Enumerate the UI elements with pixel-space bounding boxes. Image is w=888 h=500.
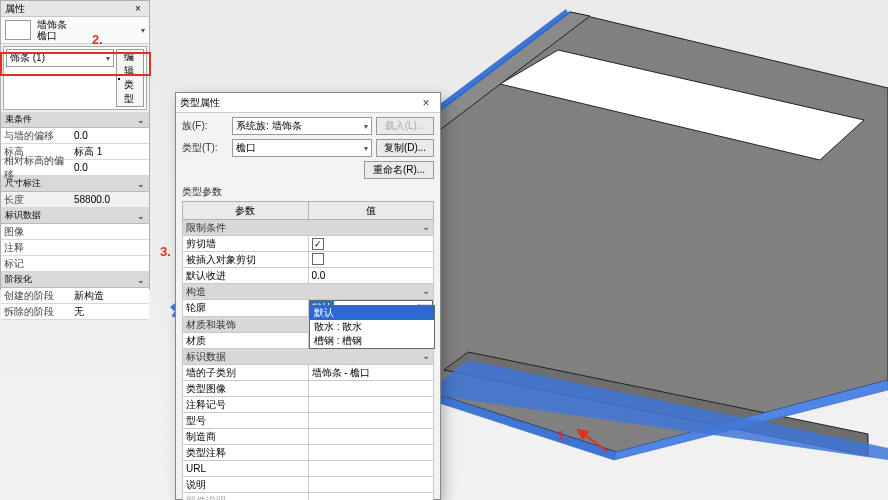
dialog-titlebar[interactable]: 类型属性 × xyxy=(176,93,440,113)
param-row: 被插入对象剪切 xyxy=(183,252,434,268)
family-label: 族(F): xyxy=(182,119,228,133)
section-dims[interactable]: 尺寸标注⌄ xyxy=(1,176,149,192)
type-thumb-icon xyxy=(5,20,31,40)
prop-row: 与墙的偏移0.0 xyxy=(1,128,149,144)
param-row: URL xyxy=(183,461,434,477)
param-row: 部件说明 xyxy=(183,493,434,501)
load-button: 载入(L)... xyxy=(376,117,434,135)
arrow-icon xyxy=(572,426,612,456)
section-idata[interactable]: 标识数据⌄ xyxy=(1,208,149,224)
type-label: 类型(T): xyxy=(182,141,228,155)
type-params-label: 类型参数 xyxy=(182,185,434,199)
prop-row: 相对标高的偏移0.0 xyxy=(1,160,149,176)
profile-dropdown[interactable]: 默认 散水 : 散水 槽钢 : 槽钢 xyxy=(309,305,435,349)
properties-title: 属性 xyxy=(5,2,25,16)
properties-palette: 属性 × 墙饰条 檐口 ▾ 饰条 (1) ▾ 🞍 编辑类型 束条件⌄ 与墙的偏移… xyxy=(0,0,150,290)
chevron-down-icon[interactable]: ▾ xyxy=(141,26,145,35)
dropdown-option[interactable]: 散水 : 散水 xyxy=(310,320,434,334)
param-row: 剪切墙✓ xyxy=(183,236,434,252)
annotation-1: 1. xyxy=(557,428,568,443)
param-row: 类型注释 xyxy=(183,445,434,461)
section-constraints[interactable]: 束条件⌄ xyxy=(1,112,149,128)
param-row: 默认收进0.0 xyxy=(183,268,434,284)
type-combo[interactable]: 檐口 ▾ xyxy=(232,139,372,157)
prop-row: 长度58800.0 xyxy=(1,192,149,208)
highlight-box-2 xyxy=(0,52,151,76)
prop-row: 拆除的阶段无 xyxy=(1,304,149,320)
chevron-down-icon: ▾ xyxy=(364,122,368,131)
checkbox-icon xyxy=(312,253,324,265)
type-thumb-row[interactable]: 墙饰条 檐口 ▾ xyxy=(1,17,149,44)
prop-row: 图像 xyxy=(1,224,149,240)
checkbox-icon: ✓ xyxy=(312,238,324,250)
dropdown-option[interactable]: 槽钢 : 槽钢 xyxy=(310,334,434,348)
param-row: 制造商 xyxy=(183,429,434,445)
close-icon[interactable]: × xyxy=(131,3,145,14)
dropdown-option[interactable]: 默认 xyxy=(310,306,434,320)
type-params-table: 参数 值 限制条件⌄ 剪切墙✓ 被插入对象剪切 默认收进0.0 构造⌄ 轮廓 默… xyxy=(182,201,434,500)
annotation-3: 3. xyxy=(160,244,171,259)
param-row: 型号 xyxy=(183,413,434,429)
param-row: 注释记号 xyxy=(183,397,434,413)
prop-row: 标记 xyxy=(1,256,149,272)
prop-row: 注释 xyxy=(1,240,149,256)
type-properties-dialog: 类型属性 × 族(F): 系统族: 墙饰条 ▾ 载入(L)... 类型(T): … xyxy=(175,92,441,500)
col-value: 值 xyxy=(308,202,434,220)
section-phase[interactable]: 阶段化⌄ xyxy=(1,272,149,288)
col-param: 参数 xyxy=(183,202,309,220)
family-combo[interactable]: 系统族: 墙饰条 ▾ xyxy=(232,117,372,135)
type-thumb-text: 墙饰条 檐口 xyxy=(37,19,67,41)
param-group[interactable]: 标识数据⌄ xyxy=(183,349,434,365)
annotation-2: 2. xyxy=(92,32,103,47)
close-icon[interactable]: × xyxy=(416,96,436,110)
param-group[interactable]: 构造⌄ xyxy=(183,284,434,300)
param-row: 墙的子类别墙饰条 - 檐口 xyxy=(183,365,434,381)
param-group[interactable]: 限制条件⌄ xyxy=(183,220,434,236)
chevron-down-icon: ▾ xyxy=(364,144,368,153)
rename-button[interactable]: 重命名(R)... xyxy=(364,161,434,179)
prop-row: 创建的阶段新构造 xyxy=(1,288,149,304)
svg-line-9 xyxy=(578,430,608,452)
param-row: 说明 xyxy=(183,477,434,493)
duplicate-button[interactable]: 复制(D)... xyxy=(376,139,434,157)
param-row: 类型图像 xyxy=(183,381,434,397)
